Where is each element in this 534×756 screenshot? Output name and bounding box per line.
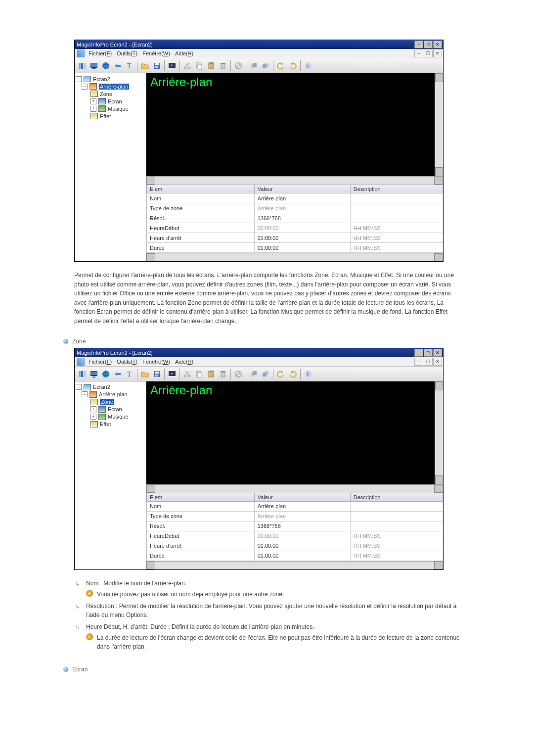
menu-tools[interactable]: Outils(T) — [117, 50, 137, 56]
menu-help[interactable]: Aide(H) — [175, 359, 193, 365]
monitor-icon[interactable] — [89, 369, 99, 379]
col-valeur[interactable]: Valeur — [254, 185, 350, 193]
arrows-icon[interactable] — [112, 369, 123, 379]
tree-bg[interactable]: −Arrière-plan — [76, 83, 145, 90]
tree-ecran[interactable]: +Ecran — [76, 406, 145, 413]
close-button[interactable]: ✕ — [433, 349, 442, 357]
vertical-scrollbar[interactable] — [435, 73, 443, 176]
menu-file[interactable]: Fichier(F) — [89, 359, 112, 365]
open-folder-icon[interactable] — [139, 369, 150, 379]
library-icon[interactable] — [77, 369, 88, 379]
send-back-icon[interactable] — [260, 369, 271, 379]
expand-icon[interactable]: + — [90, 98, 96, 104]
child-minimize-button[interactable]: – — [414, 358, 423, 366]
svg-rect-0 — [79, 63, 81, 69]
menu-help[interactable]: Aide(H) — [175, 50, 193, 56]
collapse-icon[interactable]: − — [76, 76, 82, 82]
horizontal-scrollbar[interactable] — [146, 176, 443, 185]
app-window-2: MagicInfoPro Ecran2 - [Ecran2] – □ ✕ Fic… — [74, 348, 444, 570]
send-back-icon[interactable] — [260, 60, 271, 71]
collapse-icon[interactable]: − — [82, 391, 88, 397]
library-icon[interactable] — [77, 60, 88, 71]
collapse-icon[interactable]: − — [82, 84, 88, 90]
maximize-button[interactable]: □ — [424, 349, 433, 357]
svg-point-15 — [184, 67, 186, 69]
maximize-button[interactable]: □ — [424, 41, 433, 48]
child-restore-button[interactable]: ❐ — [424, 49, 433, 57]
col-elem[interactable]: Elem. — [147, 185, 255, 193]
paste-icon[interactable] — [206, 369, 217, 379]
child-restore-button[interactable]: ❐ — [424, 358, 433, 366]
window-title: MagicInfoPro Ecran2 - [Ecran2] — [77, 350, 414, 356]
menu-tools[interactable]: Outils(T) — [117, 359, 137, 365]
tree-root[interactable]: −Ecran2 — [76, 383, 145, 391]
col-description[interactable]: Description — [350, 493, 443, 501]
copy-icon[interactable] — [194, 60, 205, 71]
child-close-button[interactable]: ✕ — [433, 358, 442, 366]
close-button[interactable]: ✕ — [433, 41, 442, 48]
text-t-icon[interactable]: T — [124, 369, 135, 379]
arrows-icon[interactable] — [112, 60, 123, 71]
child-close-button[interactable]: ✕ — [433, 49, 442, 57]
menu-window[interactable]: Fenêtre(W) — [142, 359, 170, 365]
menu-file[interactable]: Fichier(F) — [89, 50, 112, 56]
titlebar[interactable]: MagicInfoPro Ecran2 - [Ecran2] – □ ✕ — [75, 40, 443, 49]
tree-music[interactable]: +Musique — [76, 413, 145, 421]
bring-front-icon[interactable] — [248, 60, 259, 71]
undo-icon[interactable] — [275, 60, 286, 71]
info-icon[interactable]: i — [303, 60, 313, 71]
tree-zone[interactable]: Zone — [76, 398, 145, 406]
minimize-button[interactable]: – — [414, 41, 423, 48]
bring-front-icon[interactable] — [248, 369, 259, 379]
copy-icon[interactable] — [194, 369, 205, 379]
menu-window[interactable]: Fenêtre(W) — [142, 50, 170, 56]
text-t-icon[interactable]: T — [124, 60, 135, 71]
open-folder-icon[interactable] — [139, 60, 150, 71]
collapse-icon[interactable]: − — [76, 384, 82, 390]
denied-icon[interactable] — [233, 369, 244, 379]
globe-icon[interactable] — [100, 369, 111, 379]
cut-icon[interactable] — [182, 369, 193, 379]
svg-rect-36 — [81, 371, 83, 377]
play-screen-icon[interactable] — [167, 369, 178, 379]
undo-icon[interactable] — [275, 369, 286, 379]
expand-icon[interactable]: + — [90, 406, 96, 412]
minimize-button[interactable]: – — [414, 349, 423, 357]
row-type: Type de zoneArrière-plan — [147, 511, 443, 521]
grid-horizontal-scrollbar[interactable] — [146, 253, 443, 261]
col-elem[interactable]: Elem. — [147, 493, 255, 501]
info-icon[interactable]: i — [303, 369, 313, 379]
tree-effect[interactable]: Effet — [76, 421, 145, 428]
play-screen-icon[interactable] — [167, 60, 178, 71]
horizontal-scrollbar[interactable] — [146, 484, 443, 493]
tree-ecran[interactable]: +Ecran — [76, 97, 145, 105]
tree-effect[interactable]: Effet — [76, 112, 145, 120]
tree-music[interactable]: +Musique — [76, 105, 145, 112]
tree-root[interactable]: −Ecran2 — [76, 75, 145, 83]
save-disk-icon[interactable] — [151, 369, 162, 379]
delete-icon[interactable] — [218, 60, 228, 71]
svg-rect-59 — [221, 371, 225, 372]
vertical-scrollbar[interactable] — [435, 381, 443, 484]
grid-horizontal-scrollbar[interactable] — [146, 561, 443, 569]
denied-icon[interactable] — [233, 60, 244, 71]
svg-rect-58 — [221, 372, 225, 377]
delete-icon[interactable] — [218, 369, 228, 379]
expand-icon[interactable]: + — [90, 106, 96, 112]
section-ecran-heading: Ecran — [63, 666, 460, 673]
svg-rect-20 — [198, 64, 202, 69]
monitor-icon[interactable] — [89, 60, 99, 71]
globe-icon[interactable] — [100, 60, 111, 71]
cut-icon[interactable] — [182, 60, 193, 71]
col-valeur[interactable]: Valeur — [254, 493, 350, 501]
redo-icon[interactable] — [287, 60, 298, 71]
save-disk-icon[interactable] — [151, 60, 162, 71]
child-minimize-button[interactable]: – — [414, 49, 423, 57]
tree-zone[interactable]: Zone — [76, 90, 145, 97]
tree-bg[interactable]: −Arrière-plan — [76, 391, 145, 398]
redo-icon[interactable] — [287, 369, 298, 379]
col-description[interactable]: Description — [350, 185, 443, 193]
expand-icon[interactable]: + — [90, 414, 96, 420]
titlebar[interactable]: MagicInfoPro Ecran2 - [Ecran2] – □ ✕ — [75, 348, 443, 357]
paste-icon[interactable] — [206, 60, 217, 71]
